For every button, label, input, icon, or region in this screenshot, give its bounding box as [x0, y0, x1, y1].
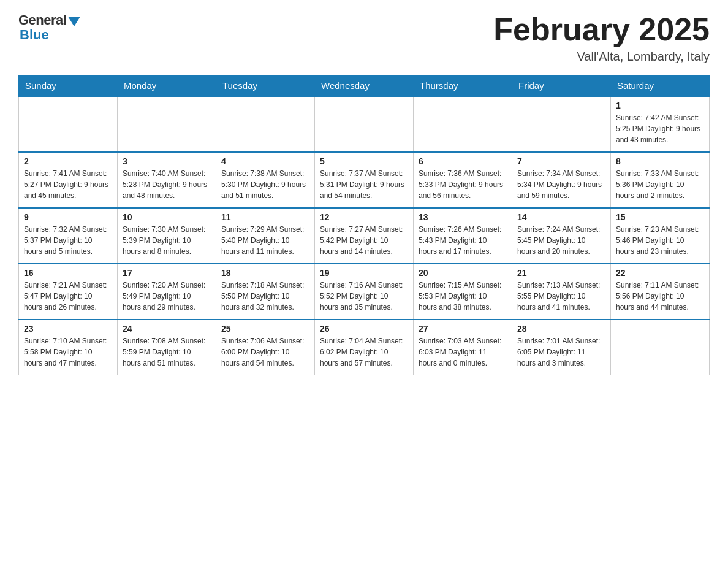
day-info: Sunrise: 7:01 AM Sunset: 6:05 PM Dayligh… [517, 335, 605, 369]
day-number: 2 [24, 156, 112, 166]
logo: General Blue [18, 12, 80, 43]
page-header: General Blue February 2025 Vall'Alta, Lo… [18, 12, 710, 64]
calendar-cell: 12Sunrise: 7:27 AM Sunset: 5:42 PM Dayli… [315, 208, 414, 264]
calendar-cell: 20Sunrise: 7:15 AM Sunset: 5:53 PM Dayli… [414, 264, 512, 320]
day-number: 1 [616, 101, 704, 110]
day-header-saturday: Saturday [611, 75, 710, 97]
day-number: 27 [419, 324, 507, 334]
day-info: Sunrise: 7:26 AM Sunset: 5:43 PM Dayligh… [419, 224, 507, 257]
calendar-cell: 24Sunrise: 7:08 AM Sunset: 5:59 PM Dayli… [118, 320, 216, 375]
day-number: 8 [616, 156, 704, 166]
calendar-cell [611, 320, 710, 375]
day-info: Sunrise: 7:30 AM Sunset: 5:39 PM Dayligh… [123, 224, 211, 257]
calendar-cell: 7Sunrise: 7:34 AM Sunset: 5:34 PM Daylig… [512, 152, 611, 208]
day-info: Sunrise: 7:33 AM Sunset: 5:36 PM Dayligh… [616, 168, 704, 201]
calendar-cell [414, 96, 512, 152]
calendar-cell [512, 96, 611, 152]
day-number: 14 [517, 212, 605, 222]
calendar-week-1: 1Sunrise: 7:42 AM Sunset: 5:25 PM Daylig… [19, 96, 710, 152]
day-info: Sunrise: 7:42 AM Sunset: 5:25 PM Dayligh… [616, 112, 704, 145]
calendar-cell: 14Sunrise: 7:24 AM Sunset: 5:45 PM Dayli… [512, 208, 611, 264]
calendar-cell [19, 96, 118, 152]
day-number: 19 [320, 268, 408, 278]
day-number: 7 [517, 156, 605, 166]
day-info: Sunrise: 7:20 AM Sunset: 5:49 PM Dayligh… [123, 280, 211, 313]
day-number: 6 [419, 156, 507, 166]
calendar-cell: 11Sunrise: 7:29 AM Sunset: 5:40 PM Dayli… [216, 208, 315, 264]
day-info: Sunrise: 7:06 AM Sunset: 6:00 PM Dayligh… [221, 335, 309, 369]
day-info: Sunrise: 7:34 AM Sunset: 5:34 PM Dayligh… [517, 168, 605, 201]
day-number: 24 [123, 324, 211, 334]
calendar-cell: 1Sunrise: 7:42 AM Sunset: 5:25 PM Daylig… [611, 96, 710, 152]
day-number: 28 [517, 324, 605, 334]
day-number: 12 [320, 212, 408, 222]
calendar-cell: 15Sunrise: 7:23 AM Sunset: 5:46 PM Dayli… [611, 208, 710, 264]
calendar-cell: 18Sunrise: 7:18 AM Sunset: 5:50 PM Dayli… [216, 264, 315, 320]
day-number: 10 [123, 212, 211, 222]
calendar-cell: 3Sunrise: 7:40 AM Sunset: 5:28 PM Daylig… [118, 152, 216, 208]
logo-blue-text: Blue [20, 27, 49, 43]
day-header-friday: Friday [512, 75, 611, 97]
location-subtitle: Vall'Alta, Lombardy, Italy [493, 50, 710, 64]
day-number: 17 [123, 268, 211, 278]
day-header-wednesday: Wednesday [315, 75, 414, 97]
calendar-cell: 9Sunrise: 7:32 AM Sunset: 5:37 PM Daylig… [19, 208, 118, 264]
day-info: Sunrise: 7:27 AM Sunset: 5:42 PM Dayligh… [320, 224, 408, 257]
day-info: Sunrise: 7:10 AM Sunset: 5:58 PM Dayligh… [24, 335, 112, 369]
day-header-sunday: Sunday [19, 75, 118, 97]
calendar-cell: 21Sunrise: 7:13 AM Sunset: 5:55 PM Dayli… [512, 264, 611, 320]
calendar-week-2: 2Sunrise: 7:41 AM Sunset: 5:27 PM Daylig… [19, 152, 710, 208]
day-info: Sunrise: 7:16 AM Sunset: 5:52 PM Dayligh… [320, 280, 408, 313]
day-info: Sunrise: 7:03 AM Sunset: 6:03 PM Dayligh… [419, 335, 507, 369]
calendar-cell: 23Sunrise: 7:10 AM Sunset: 5:58 PM Dayli… [19, 320, 118, 375]
day-info: Sunrise: 7:36 AM Sunset: 5:33 PM Dayligh… [419, 168, 507, 201]
calendar-cell: 27Sunrise: 7:03 AM Sunset: 6:03 PM Dayli… [414, 320, 512, 375]
day-info: Sunrise: 7:23 AM Sunset: 5:46 PM Dayligh… [616, 224, 704, 257]
calendar-cell [118, 96, 216, 152]
day-number: 3 [123, 156, 211, 166]
month-title: February 2025 [493, 12, 710, 47]
day-number: 11 [221, 212, 309, 222]
day-info: Sunrise: 7:37 AM Sunset: 5:31 PM Dayligh… [320, 168, 408, 201]
calendar-cell: 8Sunrise: 7:33 AM Sunset: 5:36 PM Daylig… [611, 152, 710, 208]
calendar-body: 1Sunrise: 7:42 AM Sunset: 5:25 PM Daylig… [19, 96, 710, 375]
calendar-week-3: 9Sunrise: 7:32 AM Sunset: 5:37 PM Daylig… [19, 208, 710, 264]
logo-triangle-icon [68, 17, 80, 26]
calendar-cell: 28Sunrise: 7:01 AM Sunset: 6:05 PM Dayli… [512, 320, 611, 375]
day-number: 21 [517, 268, 605, 278]
calendar-cell: 19Sunrise: 7:16 AM Sunset: 5:52 PM Dayli… [315, 264, 414, 320]
calendar-cell: 26Sunrise: 7:04 AM Sunset: 6:02 PM Dayli… [315, 320, 414, 375]
day-header-tuesday: Tuesday [216, 75, 315, 97]
calendar-cell: 4Sunrise: 7:38 AM Sunset: 5:30 PM Daylig… [216, 152, 315, 208]
day-number: 5 [320, 156, 408, 166]
day-header-monday: Monday [118, 75, 216, 97]
day-info: Sunrise: 7:29 AM Sunset: 5:40 PM Dayligh… [221, 224, 309, 257]
day-number: 9 [24, 212, 112, 222]
day-info: Sunrise: 7:21 AM Sunset: 5:47 PM Dayligh… [24, 280, 112, 313]
day-info: Sunrise: 7:04 AM Sunset: 6:02 PM Dayligh… [320, 335, 408, 369]
day-number: 26 [320, 324, 408, 334]
day-info: Sunrise: 7:24 AM Sunset: 5:45 PM Dayligh… [517, 224, 605, 257]
calendar-cell [216, 96, 315, 152]
calendar-cell [315, 96, 414, 152]
calendar-week-4: 16Sunrise: 7:21 AM Sunset: 5:47 PM Dayli… [19, 264, 710, 320]
day-number: 16 [24, 268, 112, 278]
day-number: 13 [419, 212, 507, 222]
logo-general-text: General [18, 12, 66, 28]
day-number: 22 [616, 268, 704, 278]
day-number: 18 [221, 268, 309, 278]
day-number: 23 [24, 324, 112, 334]
day-info: Sunrise: 7:11 AM Sunset: 5:56 PM Dayligh… [616, 280, 704, 313]
day-info: Sunrise: 7:18 AM Sunset: 5:50 PM Dayligh… [221, 280, 309, 313]
day-info: Sunrise: 7:40 AM Sunset: 5:28 PM Dayligh… [123, 168, 211, 201]
day-info: Sunrise: 7:38 AM Sunset: 5:30 PM Dayligh… [221, 168, 309, 201]
calendar-cell: 16Sunrise: 7:21 AM Sunset: 5:47 PM Dayli… [19, 264, 118, 320]
calendar-cell: 17Sunrise: 7:20 AM Sunset: 5:49 PM Dayli… [118, 264, 216, 320]
calendar-cell: 2Sunrise: 7:41 AM Sunset: 5:27 PM Daylig… [19, 152, 118, 208]
day-info: Sunrise: 7:15 AM Sunset: 5:53 PM Dayligh… [419, 280, 507, 313]
day-info: Sunrise: 7:32 AM Sunset: 5:37 PM Dayligh… [24, 224, 112, 257]
day-number: 25 [221, 324, 309, 334]
day-info: Sunrise: 7:08 AM Sunset: 5:59 PM Dayligh… [123, 335, 211, 369]
calendar-cell: 25Sunrise: 7:06 AM Sunset: 6:00 PM Dayli… [216, 320, 315, 375]
calendar-cell: 5Sunrise: 7:37 AM Sunset: 5:31 PM Daylig… [315, 152, 414, 208]
